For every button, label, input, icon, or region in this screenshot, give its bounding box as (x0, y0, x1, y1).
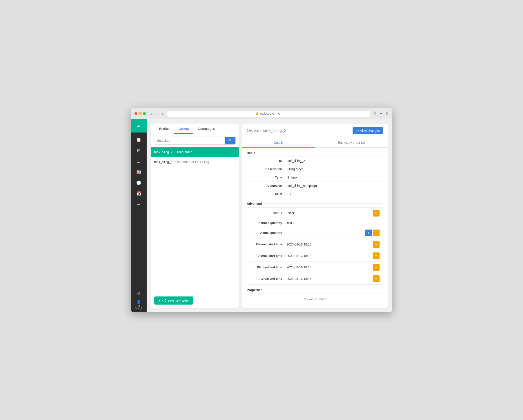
planned-end-edit-button[interactable]: ✏ (373, 264, 380, 271)
actual-end-edit-button[interactable]: ✏ (373, 275, 380, 282)
sidebar-logo[interactable]: ≡ (131, 119, 147, 133)
properties-section: Properties No values found (247, 288, 383, 305)
lock-icon: 🔒 (256, 112, 259, 115)
advanced-section: Advanced Status Initial ✏ (247, 202, 383, 285)
search-area: 🔍 (151, 134, 239, 147)
properties-title: Properties (247, 288, 262, 292)
address-bar[interactable]: 🔒 os.factry.io ↻ (167, 110, 370, 117)
planned-qty-row: Planned quantity 4000 (247, 219, 383, 227)
description-value: Filling order (287, 167, 380, 171)
search-input[interactable] (155, 137, 225, 144)
type-value: fill_tank (287, 176, 380, 179)
list-icon: ☰ (137, 159, 140, 164)
view-changes-button[interactable]: ↩ View changes (352, 127, 383, 134)
actual-start-edit-button[interactable]: ✏ (373, 253, 380, 259)
campaign-label: Campaign (251, 184, 287, 187)
properties-box: No values found (247, 293, 383, 305)
right-title: Orders - tank_filling_2 (247, 128, 286, 133)
sidebar-item-list[interactable]: ☰ (131, 156, 147, 167)
order-item-tank-filling-2[interactable]: tank_filling_2 - Filling order ⤢ (151, 147, 239, 157)
id-value: tank_filling_2 (287, 159, 380, 163)
sidebar: ≡ 📋 ⊞ ☰ 🏭 🕐 📅 (131, 119, 147, 312)
browser-chrome: ⊡ ‹ › 🔒 os.factry.io ↻ ⬆ + ⧉ (131, 108, 392, 119)
forward-button[interactable]: › (161, 111, 164, 116)
basis-title: Basis (247, 151, 255, 155)
advanced-box: Status Initial ✏ Planned quantity 4000 (247, 207, 383, 285)
tab-campaigns[interactable]: Campaigns (193, 124, 220, 134)
basis-box: ID tank_filling_2 Description Filling or… (247, 157, 383, 198)
user-name: fvl (138, 305, 140, 307)
sidebar-item-history[interactable]: ↩ (131, 199, 147, 210)
detail-tabs: Details Entries by order (2) (242, 138, 388, 148)
uom-label: UOM (251, 192, 287, 196)
actual-qty-minus-button[interactable]: − (373, 230, 380, 236)
order-item-text: tank_filling_1 - First order for tank fi… (154, 160, 209, 164)
logo-icon: ≡ (137, 123, 140, 129)
detail-tab-details[interactable]: Details (242, 138, 315, 148)
traffic-lights (134, 112, 146, 115)
id-label: ID (251, 159, 287, 162)
planned-start-edit-button[interactable]: ✏ (373, 241, 380, 248)
actual-qty-plus-button[interactable]: + (365, 230, 372, 236)
planned-end-value: 2020-08-19 18:18 (287, 265, 373, 269)
history-icon: ↩ (137, 202, 140, 207)
maximize-button[interactable] (143, 112, 146, 115)
advanced-line (264, 204, 383, 204)
tab-orders[interactable]: Orders (174, 124, 193, 134)
sidebar-item-clock[interactable]: 🕐 (131, 177, 147, 188)
sidebar-bottom: ⚙ 👤 fvl Tank_1 (135, 288, 142, 312)
close-button[interactable] (134, 112, 137, 115)
add-tab-button[interactable]: + (380, 111, 383, 116)
type-label: Type (251, 176, 287, 179)
description-label: Description (251, 167, 287, 171)
basis-type-row: Type fill_tank (247, 173, 383, 182)
order-item-tank-filling-1[interactable]: tank_filling_1 - First order for tank fi… (151, 157, 239, 167)
detail-tab-entries-by-order[interactable]: Entries by order (2) (315, 138, 388, 148)
planned-start-value: 2020-08-18 18:18 (287, 243, 373, 246)
sidebar-item-calendar[interactable]: 📅 (131, 188, 147, 199)
tabs-button[interactable]: ⧉ (385, 111, 389, 116)
actual-end-row: Actual end time 2020-08-13 18:18 ✏ (247, 273, 383, 284)
url-text: os.factry.io (260, 112, 274, 115)
actual-start-row: Actual start time 2020-08-13 18:18 ✏ (247, 250, 383, 262)
user-icon: 👤 (136, 300, 141, 305)
sidebar-toggle-button[interactable]: ⊡ (149, 111, 153, 116)
basis-line (258, 153, 383, 153)
history-btn-icon: ↩ (356, 129, 359, 133)
back-button[interactable]: ‹ (156, 111, 159, 116)
panel-footer: + + Create new order (151, 293, 239, 308)
actual-qty-actions: + − (365, 230, 380, 236)
actual-start-value: 2020-08-13 18:18 (287, 254, 373, 258)
basis-description-row: Description Filling order (247, 165, 383, 173)
actual-qty-label: Actual quantity (251, 231, 287, 235)
actual-qty-row: Actual quantity 0 + − (247, 227, 383, 239)
sidebar-user[interactable]: 👤 fvl Tank_1 (135, 300, 142, 309)
reload-button[interactable]: ↻ (277, 111, 281, 116)
sidebar-item-production[interactable]: ⊞ (131, 145, 147, 156)
sidebar-nav: 📋 ⊞ ☰ 🏭 🕐 📅 ↩ (131, 133, 147, 288)
status-label: Status (251, 211, 287, 215)
basis-section: Basis ID tank_filling_2 Description Fill… (247, 151, 383, 198)
search-button[interactable]: 🔍 (225, 137, 235, 144)
uom-value: KG (287, 192, 380, 196)
basis-section-header: Basis (247, 151, 383, 155)
actual-start-label: Actual start time (251, 254, 287, 257)
user-tenant: Tank_1 (135, 307, 142, 309)
minimize-button[interactable] (139, 112, 142, 115)
status-actions: ✏ (373, 210, 380, 216)
create-new-order-button[interactable]: + + Create new order (154, 296, 193, 305)
planned-end-label: Planned end time (251, 265, 287, 269)
share-button[interactable]: ⬆ (373, 111, 377, 116)
tab-entries[interactable]: Entries (155, 124, 174, 134)
actual-end-label: Actual end time (251, 277, 287, 280)
basis-uom-row: UOM KG (247, 190, 383, 198)
advanced-section-header: Advanced (247, 202, 383, 206)
sidebar-item-settings[interactable]: ⚙ (135, 288, 142, 299)
actual-end-value: 2020-08-13 18:18 (287, 277, 373, 280)
search-box: 🔍 (154, 136, 236, 145)
sidebar-item-dashboard[interactable]: 📋 (131, 134, 147, 145)
dashboard-icon: 📋 (136, 137, 141, 142)
status-edit-button[interactable]: ✏ (373, 210, 380, 216)
sidebar-item-reports[interactable]: 🏭 (131, 167, 147, 177)
status-value: Initial (287, 211, 373, 215)
